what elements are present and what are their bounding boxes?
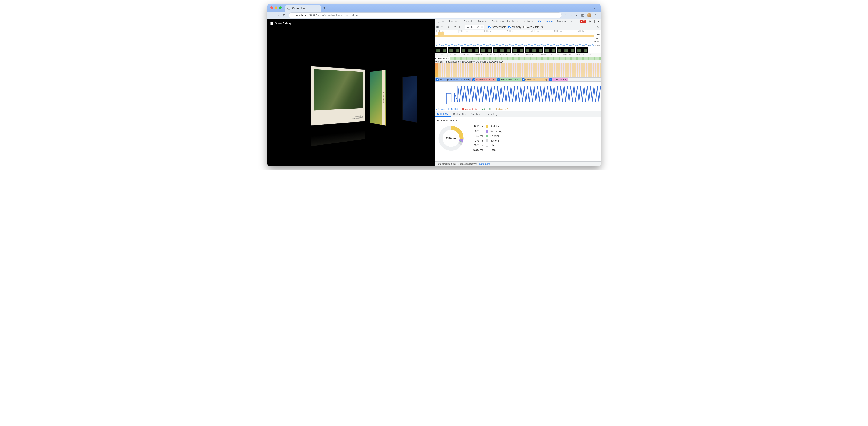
tab-elements[interactable]: Elements (446, 19, 461, 24)
traffic-lights (271, 6, 281, 9)
screenshot-thumb[interactable] (550, 47, 556, 53)
counter-listeners[interactable]: Listeners[142 – 142] (521, 78, 548, 81)
frames-track[interactable]: ▸Frames ns (435, 57, 600, 60)
screenshot-thumb[interactable] (441, 47, 447, 53)
screenshot-thumb[interactable] (461, 47, 467, 53)
overview-timeline[interactable]: 1000 ms2000 ms3000 ms4000 ms5000 ms6000 … (435, 30, 600, 47)
screenshot-thumb[interactable] (499, 47, 505, 53)
screenshot-thumb[interactable] (505, 47, 512, 53)
load-profile-icon[interactable]: ↥ (454, 26, 456, 29)
profile-avatar[interactable] (587, 13, 591, 17)
counter-documents[interactable]: Documents[5 – 5] (471, 78, 496, 81)
page-viewport[interactable]: Show Debug Volume One DAB RECORDS OR & 9… (268, 19, 435, 166)
screenshot-thumb[interactable] (493, 47, 499, 53)
more-icon[interactable]: ⋮ (593, 20, 596, 23)
album-label: Volume One DAB RECORDS (352, 115, 363, 120)
forward-button[interactable]: → (276, 13, 280, 17)
album-cover-1[interactable]: Volume One DAB RECORDS (311, 66, 365, 126)
counter-gpu[interactable]: GPU Memory (548, 78, 568, 81)
site-info-icon[interactable]: ⓘ (291, 13, 294, 17)
screenshot-filmstrip[interactable] (435, 47, 600, 53)
profile-selector[interactable]: localhost #1 (465, 25, 484, 29)
close-window-button[interactable] (271, 6, 273, 9)
save-profile-icon[interactable]: ↧ (458, 26, 460, 29)
screenshot-thumb[interactable] (448, 47, 454, 53)
album-cover-3[interactable] (402, 76, 416, 123)
screenshot-thumb[interactable] (486, 47, 492, 53)
screenshot-thumb[interactable] (563, 47, 569, 53)
web-vitals-toggle[interactable]: Web Vitals (523, 26, 539, 29)
browser-tab[interactable]: Cover Flow × (285, 5, 321, 11)
screenshot-thumb[interactable] (467, 47, 473, 53)
album-cover-2[interactable]: OR & 9 THEORY (370, 70, 386, 126)
maximize-window-button[interactable] (279, 6, 281, 9)
counter-nodes[interactable]: Nodes[304 – 304] (496, 78, 521, 81)
screenshot-thumb[interactable] (518, 47, 524, 53)
device-toolbar-icon[interactable]: ▭ (442, 20, 444, 23)
screenshot-thumb[interactable] (454, 47, 460, 53)
tab-summary[interactable]: Summary (435, 111, 451, 117)
reload-button[interactable]: ⟳ (282, 13, 286, 17)
screenshot-thumb[interactable] (525, 47, 531, 53)
main-thread-label[interactable]: ▾ Main — http://localhost:3000/demo/view… (435, 60, 600, 63)
screenshot-thumb[interactable] (531, 47, 537, 53)
tab-call-tree[interactable]: Call Tree (468, 111, 484, 117)
share-icon[interactable]: ⇧ (564, 13, 567, 17)
tab-network[interactable]: Network (521, 19, 535, 24)
clear-button[interactable]: ⊘ (447, 26, 450, 29)
net-label: NET (596, 37, 600, 40)
inspect-element-icon[interactable]: ⬚ (438, 20, 440, 23)
minimize-window-button[interactable] (275, 6, 277, 9)
screenshot-thumb[interactable] (537, 47, 544, 53)
screenshot-thumb[interactable] (557, 47, 563, 53)
tab-memory[interactable]: Memory (555, 19, 569, 24)
screenshot-thumb[interactable] (435, 47, 441, 53)
error-count-badge[interactable]: ✖22 (580, 20, 587, 23)
screenshot-thumb[interactable] (480, 47, 486, 53)
menu-icon[interactable]: ⋮ (594, 13, 597, 17)
screenshot-thumb[interactable] (473, 47, 479, 53)
stat-documents: Documents: 5 (462, 108, 477, 111)
flame-chart[interactable]: 500 ms1000 ms1500 ms2000 ms2500 ms3000 m… (435, 53, 600, 78)
memory-toggle[interactable]: Memory (508, 26, 521, 29)
screenshot-thumb[interactable] (544, 47, 550, 53)
tabstrip-chevron-icon[interactable]: ⌄ (593, 6, 596, 9)
tab-console[interactable]: Console (461, 19, 475, 24)
main-thread-flamechart[interactable] (435, 63, 600, 78)
settings-icon[interactable]: ⚙ (589, 20, 591, 23)
address-bar[interactable]: ⓘ localhost:3000/demo/view-timeline-css/… (289, 12, 562, 18)
learn-more-link[interactable]: Learn more (478, 163, 490, 165)
summary-donut-chart: 6220 ms (437, 124, 465, 152)
tabs-overflow[interactable]: » (569, 19, 575, 24)
summary-tabstrip: Summary Bottom-Up Call Tree Event Log (435, 111, 600, 117)
tab-performance[interactable]: Performance (535, 19, 555, 24)
bookmark-icon[interactable]: ☆ (570, 13, 572, 17)
tab-performance-insights[interactable]: Performance insights ▲ (490, 19, 521, 24)
screenshot-thumb[interactable] (512, 47, 518, 53)
tab-sources[interactable]: Sources (475, 19, 490, 24)
screenshot-thumb[interactable] (576, 47, 582, 53)
screenshot-thumb[interactable] (582, 47, 588, 53)
counter-js-heap[interactable]: JS Heap[10.5 MB – 12.7 MB] (435, 78, 471, 81)
url-port: :3000 (308, 13, 315, 17)
extensions-icon[interactable]: ✦ (576, 13, 578, 17)
screenshot-thumb[interactable] (569, 47, 576, 53)
tab-close-icon[interactable]: × (317, 7, 319, 10)
reload-record-button[interactable]: ⟳ (441, 26, 443, 29)
back-button[interactable]: ← (270, 13, 273, 17)
stat-nodes: Nodes: 304 (480, 108, 492, 111)
tab-event-log[interactable]: Event Log (484, 111, 500, 117)
tab-bottom-up[interactable]: Bottom-Up (451, 111, 468, 117)
heap-label: HEAP (594, 40, 600, 42)
new-tab-button[interactable]: + (323, 5, 326, 10)
sidepanel-icon[interactable]: ◧ (581, 13, 584, 17)
perf-settings-icon[interactable]: ⚙ (596, 26, 599, 29)
close-devtools-icon[interactable]: × (598, 20, 599, 23)
album-spine: OR & 9 THEORY (382, 70, 385, 125)
screenshots-toggle[interactable]: Screenshots (488, 26, 506, 29)
heap-line-chart[interactable] (435, 82, 600, 107)
record-button[interactable] (436, 26, 439, 28)
album-photo (313, 69, 363, 111)
summary-legend: 1611 msScripting 238 msRendering 36 msPa… (470, 124, 502, 152)
trash-icon[interactable]: 🗑 (541, 26, 544, 29)
